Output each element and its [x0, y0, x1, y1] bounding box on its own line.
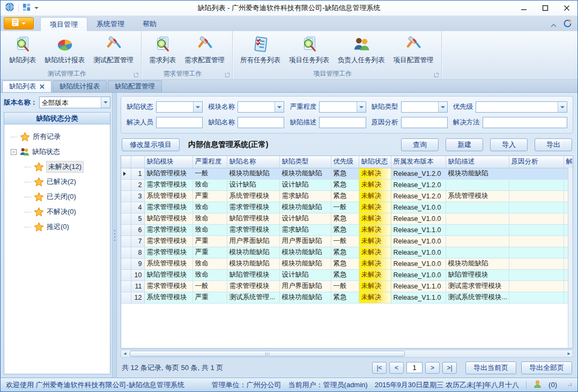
collapse-ribbon-icon[interactable] [551, 20, 557, 29]
row-selector-cell[interactable] [121, 202, 131, 213]
tree-item[interactable]: −缺陷状态 [8, 144, 109, 159]
export-all-pages-button[interactable]: 导出全部页 [521, 361, 572, 374]
scroll-right-icon[interactable]: ► [565, 350, 573, 357]
dialog-launcher-icon[interactable] [134, 73, 138, 77]
column-header[interactable]: 缺陷名称 [227, 156, 279, 168]
filter-input-control[interactable] [157, 117, 202, 128]
dropdown-arrow-icon[interactable] [357, 102, 366, 112]
previous-page-button[interactable]: < [389, 362, 404, 374]
help-about-icon[interactable] [563, 19, 572, 30]
column-header[interactable]: 严重程度 [192, 156, 227, 168]
row-selector-cell[interactable] [121, 258, 131, 269]
filter-combobox[interactable] [476, 101, 567, 113]
filter-textbox[interactable] [156, 117, 203, 128]
row-selector-cell[interactable] [121, 179, 131, 190]
tree-item[interactable]: 不解决(0) [8, 204, 109, 219]
table-row[interactable]: 9系统管理模块致命模块功能缺陷模块功能缺陷紧急未解决Release_V1.0.0… [121, 258, 573, 269]
filter-combobox[interactable] [401, 101, 448, 113]
filter-textbox[interactable] [319, 117, 366, 128]
row-selector-cell[interactable] [121, 190, 131, 202]
horizontal-scrollbar[interactable]: ◄ ► [121, 350, 573, 358]
ribbon-button[interactable]: 需求配置管理 [180, 33, 229, 66]
maximize-button[interactable] [535, 1, 556, 16]
tree-item[interactable]: 所有记录 [8, 129, 109, 144]
quick-access-dropdown-icon[interactable] [34, 7, 39, 9]
tree-item[interactable]: 已关闭(0) [8, 189, 109, 204]
resize-grip[interactable] [566, 383, 572, 386]
last-page-button[interactable]: >| [442, 362, 457, 374]
import-button[interactable]: 导入 [490, 138, 528, 151]
table-row[interactable]: 5缺陷管理模块致命缺陷管理模块设计缺陷紧急未解决Release_V1.0.0 [121, 213, 573, 224]
application-menu-button[interactable] [4, 17, 34, 29]
table-row[interactable]: 4需求管理模块致命需求管理模块模块功能缺陷一般未解决Release_V1.0.0 [121, 202, 573, 213]
filter-textbox[interactable] [401, 117, 448, 128]
row-selector-cell[interactable] [121, 292, 131, 303]
ribbon-button[interactable]: 项目任务列表 [285, 33, 334, 66]
ribbon-button[interactable]: 需求列表 [145, 33, 180, 66]
first-page-button[interactable]: |< [372, 362, 387, 374]
page-number-input[interactable] [406, 362, 423, 373]
create-button[interactable]: 新建 [446, 138, 483, 151]
row-selector-cell[interactable] [121, 224, 131, 235]
filter-textbox[interactable] [483, 117, 567, 128]
table-row[interactable]: 6需求管理模块致命需求管理模块需求缺陷紧急未解决Release_V1.1.0 [121, 224, 573, 235]
dropdown-arrow-icon[interactable] [438, 102, 447, 112]
column-header[interactable]: 所属发布版本 [391, 156, 446, 168]
filter-input-control[interactable] [320, 102, 356, 112]
modify-display-items-button[interactable]: 修改显示项目 [122, 138, 180, 151]
sidebar-splitter[interactable] [112, 93, 117, 378]
export-current-page-button[interactable]: 导出当前页 [465, 361, 516, 374]
dialog-launcher-icon[interactable] [225, 73, 229, 77]
filter-input-control[interactable] [402, 117, 447, 128]
filter-combobox[interactable] [319, 101, 366, 113]
collapse-expander-icon[interactable]: − [11, 149, 17, 155]
filter-input-control[interactable] [238, 102, 275, 112]
tree-item[interactable]: 未解决(12) [8, 159, 109, 174]
tree-item[interactable]: 已解决(2) [8, 174, 109, 189]
dropdown-arrow-icon[interactable] [193, 102, 202, 112]
ribbon-button[interactable]: 负责人任务列表 [334, 33, 389, 66]
query-button[interactable]: 查询 [401, 138, 439, 151]
column-header[interactable]: 缺陷描述 [446, 156, 509, 168]
filter-input-control[interactable] [483, 117, 567, 128]
column-header[interactable]: 缺陷类型 [279, 156, 331, 168]
table-row[interactable]: 2需求管理模块致命设计缺陷设计缺陷紧急未解决Release_V1.2.0 [121, 179, 573, 190]
next-page-button[interactable]: > [425, 362, 440, 374]
close-tab-icon[interactable] [40, 83, 45, 91]
filter-input-control[interactable] [402, 102, 438, 112]
doc-tab-2[interactable]: 缺陷配置管理 [108, 80, 162, 92]
quick-access-layout-icon[interactable] [23, 3, 31, 13]
online-users-icon[interactable] [533, 380, 542, 390]
filter-input-control[interactable] [320, 117, 365, 128]
table-row[interactable]: 1缺陷管理模块一般模块功能缺陷模块功能缺陷紧急未解决Release_V1.2.0… [121, 168, 573, 179]
tree-item[interactable]: 推迟(0) [8, 219, 109, 234]
export-button[interactable]: 导出 [535, 138, 572, 151]
ribbon-button[interactable]: 缺陷统计报表 [40, 33, 89, 66]
version-combobox[interactable]: 全部版本 [39, 97, 111, 108]
table-row[interactable]: 8需求管理模块严重模块功能缺陷模块功能缺陷紧急未解决Release_V1.0.0 [121, 247, 573, 258]
scroll-left-icon[interactable]: ◄ [121, 350, 129, 357]
ribbon-button[interactable]: 所有任务列表 [236, 33, 285, 66]
column-header[interactable]: 缺陷状态 [359, 156, 391, 168]
column-header[interactable]: 缺陷模块 [144, 156, 192, 168]
doc-tab-0[interactable]: 缺陷列表 [2, 80, 51, 92]
column-header[interactable]: 解决方法 [564, 156, 573, 168]
ribbon-tab-0[interactable]: 项目管理 [40, 17, 87, 31]
ribbon-button[interactable]: 项目配置管理 [389, 33, 438, 66]
table-row[interactable]: 10缺陷管理模块致命缺陷管理模块设计缺陷紧急未解决Release_V1.0.0缺… [121, 269, 573, 280]
filter-combobox[interactable] [238, 101, 284, 113]
close-button[interactable] [556, 1, 577, 16]
row-selector-cell[interactable] [121, 280, 131, 292]
filter-input-control[interactable] [238, 117, 284, 128]
table-row[interactable]: 3系统管理模块严重系统管理模块需求缺陷紧急未解决Release_V1.2.0系统… [121, 190, 573, 202]
dropdown-arrow-icon[interactable] [275, 102, 284, 112]
row-selector-cell[interactable] [121, 247, 131, 258]
row-selector-cell[interactable] [121, 269, 131, 280]
minimize-button[interactable] [513, 1, 535, 16]
ribbon-button[interactable]: 测试配置管理 [89, 33, 138, 66]
vertical-scrollbar[interactable] [568, 168, 573, 348]
column-header[interactable]: 优先级 [331, 156, 359, 168]
dropdown-arrow-icon[interactable] [101, 97, 110, 108]
ribbon-tab-2[interactable]: 帮助 [134, 17, 166, 31]
filter-input-control[interactable] [476, 102, 558, 112]
